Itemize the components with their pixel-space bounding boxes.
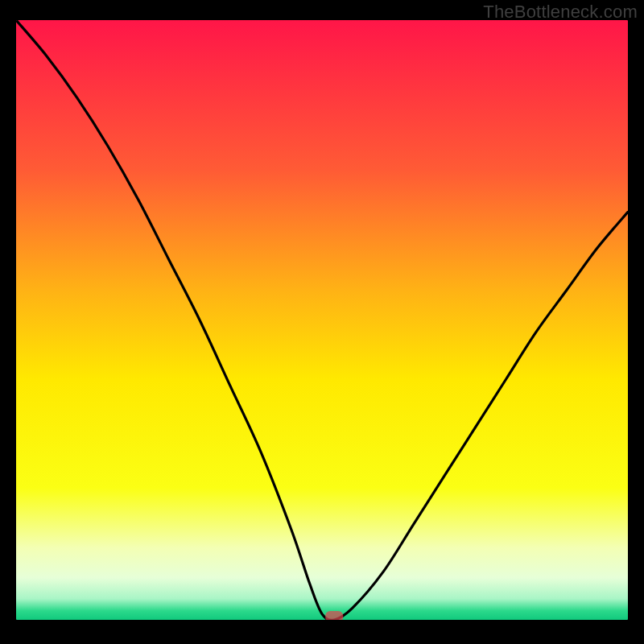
plot-area: [16, 20, 628, 620]
watermark-label: TheBottleneck.com: [483, 2, 638, 23]
chart-frame: TheBottleneck.com: [0, 0, 644, 644]
gradient-background: [16, 20, 628, 620]
bottleneck-marker: [325, 611, 343, 620]
bottleneck-chart: [16, 20, 628, 620]
